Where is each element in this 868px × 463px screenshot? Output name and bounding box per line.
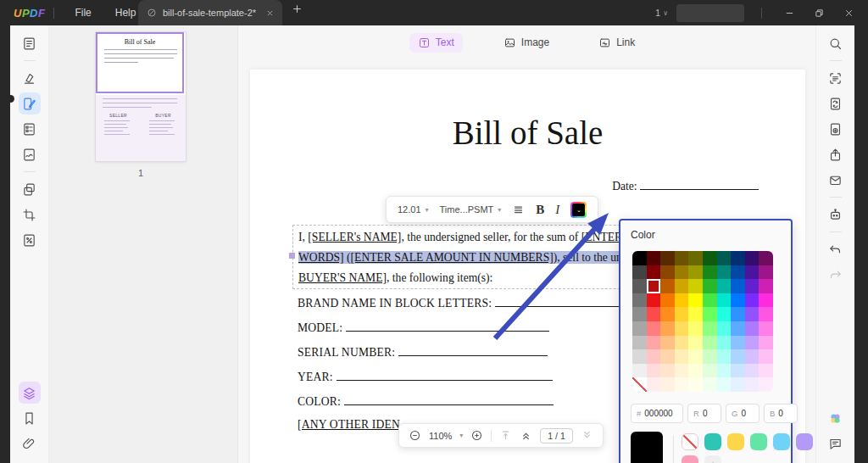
color-cell[interactable] — [647, 336, 661, 350]
sidebar-item-updf-ai[interactable] — [825, 407, 847, 429]
page-indicator-box[interactable]: 1 / 1 — [540, 428, 572, 443]
color-cell[interactable] — [632, 265, 647, 280]
color-cell[interactable] — [675, 364, 689, 378]
sidebar-item-crop[interactable] — [19, 204, 41, 226]
previous-page-button[interactable] — [520, 429, 532, 442]
color-cell[interactable] — [675, 279, 689, 293]
color-cell[interactable] — [759, 251, 773, 265]
color-cell[interactable] — [688, 279, 703, 293]
color-cell[interactable] — [632, 364, 647, 378]
color-cell[interactable] — [647, 377, 661, 392]
tab-close-icon[interactable] — [266, 9, 274, 17]
color-cell[interactable] — [675, 336, 689, 350]
color-cell[interactable] — [759, 364, 773, 378]
sidebar-item-annotate[interactable] — [19, 67, 41, 89]
panel-collapse-handle[interactable] — [7, 95, 14, 103]
color-cell[interactable] — [632, 321, 647, 336]
color-cell[interactable] — [745, 321, 760, 336]
color-cell[interactable] — [703, 265, 717, 280]
color-cell[interactable] — [759, 336, 773, 350]
color-cell[interactable] — [731, 307, 745, 321]
sidebar-item-attachment[interactable] — [19, 432, 41, 455]
color-cell[interactable] — [759, 265, 773, 280]
preset-color-swatch[interactable] — [704, 433, 721, 450]
sidebar-item-ocr[interactable] — [825, 67, 847, 89]
blue-value-input[interactable]: B0 — [764, 404, 798, 423]
color-cell[interactable] — [703, 336, 717, 350]
color-cell[interactable] — [632, 279, 647, 293]
color-cell[interactable] — [703, 377, 717, 392]
color-cell[interactable] — [759, 293, 773, 308]
color-cell[interactable] — [660, 251, 675, 265]
color-cell[interactable] — [632, 377, 647, 392]
color-cell[interactable] — [745, 307, 760, 321]
sidebar-item-undo[interactable] — [825, 238, 847, 260]
preset-color-swatch[interactable] — [682, 455, 698, 463]
page-thumbnail[interactable]: Bill of Sale SELLER BUYER — [96, 32, 186, 161]
color-cell[interactable] — [759, 307, 773, 321]
preset-color-swatch[interactable] — [727, 433, 744, 450]
font-color-button[interactable]: ⌄ — [570, 202, 587, 218]
tool-link-button[interactable]: Link — [590, 33, 643, 53]
color-cell[interactable] — [647, 349, 661, 364]
green-value-input[interactable]: G0 — [726, 404, 760, 423]
zoom-dropdown-caret[interactable]: ▾ — [459, 432, 463, 439]
color-cell[interactable] — [717, 293, 732, 308]
font-family-dropdown[interactable]: Time...PSMT▾ — [440, 204, 502, 215]
color-cell[interactable] — [717, 364, 732, 378]
color-cell[interactable] — [731, 336, 745, 350]
color-cell[interactable] — [660, 321, 675, 336]
font-size-dropdown[interactable]: 12.01▾ — [398, 204, 429, 215]
color-cell[interactable] — [647, 321, 661, 336]
sidebar-item-ai-assistant[interactable] — [825, 204, 847, 226]
sidebar-item-search[interactable] — [825, 32, 847, 54]
sidebar-item-forms[interactable] — [19, 118, 41, 140]
sidebar-item-organize[interactable] — [19, 178, 41, 200]
color-cell[interactable] — [675, 251, 689, 265]
color-cell[interactable] — [703, 293, 717, 308]
menu-file[interactable]: File — [63, 7, 103, 19]
color-cell[interactable] — [745, 279, 760, 293]
color-cell[interactable] — [647, 293, 661, 308]
color-cell[interactable] — [660, 265, 675, 280]
color-cell[interactable] — [717, 336, 732, 350]
titlebar-pill[interactable] — [676, 4, 744, 22]
color-cell[interactable] — [703, 349, 717, 364]
color-cell[interactable] — [647, 307, 661, 321]
color-cell[interactable] — [745, 265, 760, 280]
color-cell[interactable] — [717, 265, 732, 280]
color-cell[interactable] — [660, 377, 675, 392]
text-box-handle[interactable] — [289, 253, 295, 259]
color-cell[interactable] — [675, 293, 689, 308]
color-cell[interactable] — [660, 336, 675, 350]
color-cell[interactable] — [745, 377, 760, 392]
color-cell[interactable] — [731, 349, 745, 364]
color-cell[interactable] — [745, 364, 760, 378]
color-cell[interactable] — [660, 307, 675, 321]
sidebar-item-watermark[interactable] — [19, 229, 41, 251]
scroll-to-top-button[interactable] — [499, 429, 512, 442]
color-cell[interactable] — [647, 279, 661, 293]
color-cell[interactable] — [703, 251, 717, 265]
color-cell[interactable] — [745, 293, 760, 308]
color-cell[interactable] — [688, 307, 703, 321]
color-cell[interactable] — [675, 321, 689, 336]
color-cell[interactable] — [731, 321, 745, 336]
hex-color-input[interactable]: #000000 — [631, 404, 683, 423]
color-cell[interactable] — [688, 265, 703, 280]
color-cell[interactable] — [675, 265, 689, 280]
color-cell[interactable] — [717, 307, 732, 321]
sidebar-item-layers[interactable] — [19, 382, 41, 404]
color-cell[interactable] — [660, 293, 675, 308]
restore-button[interactable] — [809, 8, 830, 18]
color-cell[interactable] — [717, 377, 732, 392]
sidebar-item-reader[interactable] — [19, 32, 41, 54]
color-cell[interactable] — [745, 336, 760, 350]
sidebar-item-edit[interactable] — [19, 92, 41, 114]
color-cell[interactable] — [688, 293, 703, 308]
color-cell[interactable] — [688, 321, 703, 336]
color-cell[interactable] — [660, 279, 675, 293]
color-cell[interactable] — [745, 349, 760, 364]
color-cell[interactable] — [759, 321, 773, 336]
close-button[interactable] — [838, 8, 860, 18]
